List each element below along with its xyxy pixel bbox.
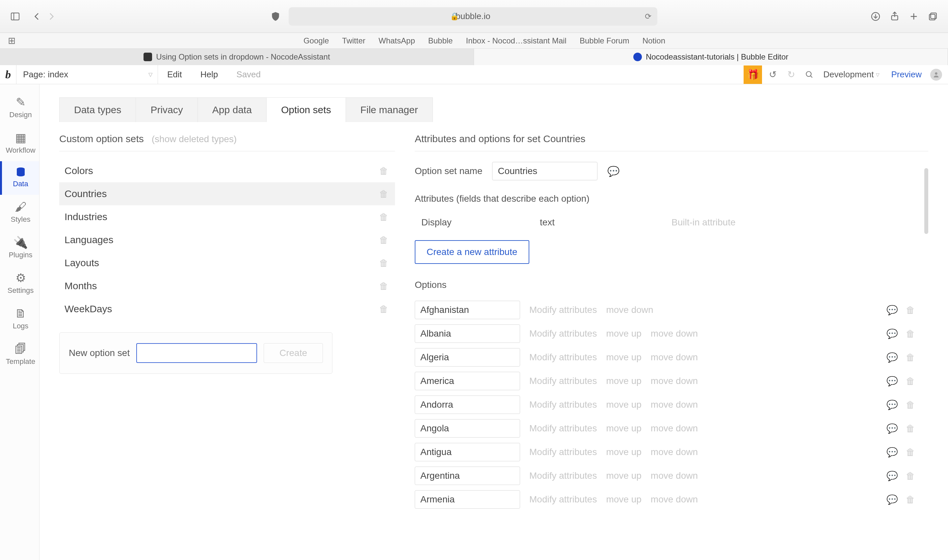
browser-tab-background[interactable]: Using Option sets in dropdown - NocodeAs… xyxy=(0,49,474,65)
modify-attributes-link[interactable]: Modify attributes xyxy=(529,305,597,315)
bubble-logo-icon[interactable]: b xyxy=(0,65,17,84)
new-option-set-input[interactable] xyxy=(136,343,257,363)
environment-selector[interactable]: Development ▽ xyxy=(820,69,882,80)
trash-icon[interactable]: 🗑 xyxy=(379,304,388,315)
trash-icon[interactable]: 🗑 xyxy=(906,494,915,505)
option-set-row[interactable]: Industries🗑 xyxy=(59,205,395,228)
tab-privacy[interactable]: Privacy xyxy=(136,97,197,122)
trash-icon[interactable]: 🗑 xyxy=(379,166,388,176)
modify-attributes-link[interactable]: Modify attributes xyxy=(529,494,597,505)
tab-file-manager[interactable]: File manager xyxy=(346,97,433,122)
show-deleted-link[interactable]: (show deleted types) xyxy=(152,134,237,145)
comment-icon[interactable]: 💬 xyxy=(886,423,898,434)
option-name-input[interactable] xyxy=(415,466,520,485)
tab-app-data[interactable]: App data xyxy=(198,97,267,122)
sidebar-item-data[interactable]: Data xyxy=(0,161,39,195)
option-set-row[interactable]: Layouts🗑 xyxy=(59,251,395,274)
option-set-row[interactable]: WeekDays🗑 xyxy=(59,297,395,320)
trash-icon[interactable]: 🗑 xyxy=(906,447,915,458)
move-down-link[interactable]: move down xyxy=(651,328,698,339)
sidebar-item-logs[interactable]: 🗎Logs xyxy=(0,302,39,337)
scrollbar[interactable] xyxy=(924,168,928,234)
option-set-name-input[interactable] xyxy=(492,162,597,180)
move-up-link[interactable]: move up xyxy=(606,400,641,410)
trash-icon[interactable]: 🗑 xyxy=(379,281,388,292)
trash-icon[interactable]: 🗑 xyxy=(906,400,915,410)
modify-attributes-link[interactable]: Modify attributes xyxy=(529,447,597,457)
trash-icon[interactable]: 🗑 xyxy=(906,328,915,339)
preview-link[interactable]: Preview xyxy=(885,69,928,80)
option-set-row[interactable]: Countries🗑 xyxy=(59,182,395,205)
bookmark-link[interactable]: Bubble xyxy=(428,36,453,45)
apps-grid-icon[interactable]: ⊞ xyxy=(8,35,15,46)
move-down-link[interactable]: move down xyxy=(651,471,698,481)
trash-icon[interactable]: 🗑 xyxy=(379,212,388,222)
new-tab-icon[interactable] xyxy=(908,11,920,22)
trash-icon[interactable]: 🗑 xyxy=(906,352,915,363)
sidebar-item-template[interactable]: 🗐Template xyxy=(0,337,39,372)
bookmark-link[interactable]: Twitter xyxy=(342,36,365,45)
move-down-link[interactable]: move down xyxy=(651,352,698,363)
move-up-link[interactable]: move up xyxy=(606,352,641,363)
modify-attributes-link[interactable]: Modify attributes xyxy=(529,423,597,434)
move-up-link[interactable]: move up xyxy=(606,328,641,339)
share-icon[interactable] xyxy=(889,11,900,22)
user-avatar[interactable] xyxy=(930,69,942,81)
sidebar-item-design[interactable]: ✎Design xyxy=(0,90,39,126)
bookmark-link[interactable]: Inbox - Nocod…ssistant Mail xyxy=(466,36,566,45)
option-name-input[interactable] xyxy=(415,490,520,509)
page-selector[interactable]: Page: index ▽ xyxy=(17,65,158,84)
bookmark-link[interactable]: Google xyxy=(304,36,329,45)
comment-icon[interactable]: 💬 xyxy=(886,376,898,387)
move-up-link[interactable]: move up xyxy=(606,376,641,386)
comment-icon[interactable]: 💬 xyxy=(886,471,898,482)
trash-icon[interactable]: 🗑 xyxy=(906,376,915,387)
bookmark-link[interactable]: Bubble Forum xyxy=(580,36,629,45)
comment-icon[interactable]: 💬 xyxy=(886,400,898,410)
move-down-link[interactable]: move down xyxy=(651,400,698,410)
tab-data-types[interactable]: Data types xyxy=(59,97,136,122)
trash-icon[interactable]: 🗑 xyxy=(379,258,388,268)
comment-icon[interactable]: 💬 xyxy=(607,166,620,177)
move-up-link[interactable]: move up xyxy=(606,447,641,457)
move-down-link[interactable]: move down xyxy=(651,447,698,457)
modify-attributes-link[interactable]: Modify attributes xyxy=(529,471,597,481)
option-name-input[interactable] xyxy=(415,395,520,414)
tab-option-sets[interactable]: Option sets xyxy=(267,97,346,122)
option-name-input[interactable] xyxy=(415,301,520,319)
tabs-icon[interactable] xyxy=(927,11,939,22)
modify-attributes-link[interactable]: Modify attributes xyxy=(529,328,597,339)
browser-tab-foreground[interactable]: Nocodeassistant-tutorials | Bubble Edito… xyxy=(474,49,948,65)
sidebar-item-workflow[interactable]: ▦Workflow xyxy=(0,126,39,161)
option-name-input[interactable] xyxy=(415,372,520,390)
comment-icon[interactable]: 💬 xyxy=(886,352,898,363)
bookmark-link[interactable]: Notion xyxy=(643,36,665,45)
reload-icon[interactable]: ⟳ xyxy=(645,12,651,21)
trash-icon[interactable]: 🗑 xyxy=(379,235,388,245)
menu-edit[interactable]: Edit xyxy=(158,69,191,80)
trash-icon[interactable]: 🗑 xyxy=(379,189,388,199)
sidebar-item-plugins[interactable]: 🔌Plugins xyxy=(0,230,39,266)
move-down-link[interactable]: move down xyxy=(651,423,698,434)
gift-icon[interactable]: 🎁 xyxy=(744,66,762,84)
option-set-row[interactable]: Colors🗑 xyxy=(59,159,395,182)
create-attribute-button[interactable]: Create a new attribute xyxy=(415,240,529,264)
trash-icon[interactable]: 🗑 xyxy=(906,305,915,315)
comment-icon[interactable]: 💬 xyxy=(886,328,898,339)
option-name-input[interactable] xyxy=(415,443,520,461)
modify-attributes-link[interactable]: Modify attributes xyxy=(529,352,597,363)
option-set-row[interactable]: Months🗑 xyxy=(59,274,395,297)
url-bar[interactable]: 🔒 bubble.io ⟳ xyxy=(289,7,657,26)
comment-icon[interactable]: 💬 xyxy=(886,494,898,505)
option-name-input[interactable] xyxy=(415,419,520,438)
move-down-link[interactable]: move down xyxy=(606,305,653,315)
move-up-link[interactable]: move up xyxy=(606,423,641,434)
sidebar-toggle-icon[interactable] xyxy=(9,11,21,22)
move-down-link[interactable]: move down xyxy=(651,494,698,505)
move-up-link[interactable]: move up xyxy=(606,494,641,505)
bookmark-link[interactable]: WhatsApp xyxy=(379,36,415,45)
trash-icon[interactable]: 🗑 xyxy=(906,423,915,434)
option-name-input[interactable] xyxy=(415,325,520,343)
modify-attributes-link[interactable]: Modify attributes xyxy=(529,400,597,410)
trash-icon[interactable]: 🗑 xyxy=(906,471,915,482)
